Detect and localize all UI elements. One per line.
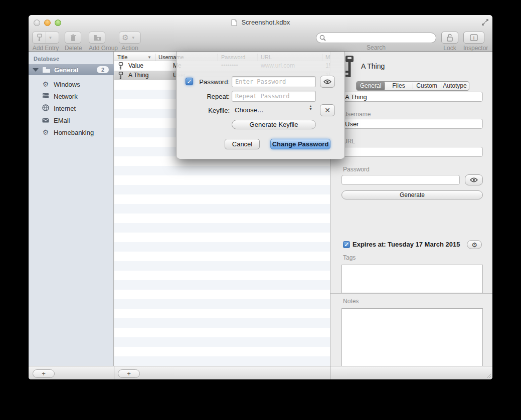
sidebar: Database General 2 ⚙ Windows Network Int… xyxy=(29,52,114,366)
search-input[interactable] xyxy=(316,33,436,43)
inspector-tabs: General Files Custom Autotype xyxy=(356,81,469,91)
keyfile-popup[interactable]: Choose… xyxy=(235,106,264,114)
action-label: Action xyxy=(119,45,141,52)
close-icon: ✕ xyxy=(324,106,330,114)
entry-title: A Thing xyxy=(361,62,385,70)
sidebar-item-email[interactable]: EMail xyxy=(29,114,114,126)
gear-icon: ⚙ xyxy=(122,33,128,42)
sort-indicator-icon: ▼ xyxy=(147,55,151,60)
globe-icon xyxy=(42,104,50,113)
sidebar-item-label: Homebanking xyxy=(54,129,94,136)
gear-icon: ⚙ xyxy=(471,241,477,249)
show-password-button[interactable] xyxy=(465,174,483,185)
key-icon xyxy=(118,62,123,70)
sidebar-section-header: Database xyxy=(34,56,59,62)
cell-title: A Thing xyxy=(128,72,148,79)
action-button[interactable]: ⚙ ▼ xyxy=(119,32,141,44)
bottom-bar: + + xyxy=(29,366,492,379)
key-icon xyxy=(37,34,43,42)
url-field[interactable] xyxy=(341,147,483,157)
info-icon: i xyxy=(470,34,478,41)
username-label: Username xyxy=(343,111,371,118)
username-field[interactable] xyxy=(341,119,483,129)
dialog-password-label: Password: xyxy=(190,78,230,86)
tab-custom[interactable]: Custom xyxy=(413,82,441,90)
tags-label: Tags xyxy=(343,254,356,261)
cell-title: Value xyxy=(128,62,143,69)
mail-icon xyxy=(42,116,50,124)
sidebar-item-label: Internet xyxy=(54,105,76,112)
delete-button[interactable] xyxy=(65,32,81,44)
add-group-button[interactable] xyxy=(89,32,105,44)
lock-toolbar-item: Lock xyxy=(441,32,458,52)
dialog-keyfile-label: Keyfile: xyxy=(190,107,230,114)
add-entry-toolbar-item: ▼ Add Entry xyxy=(32,32,59,52)
document-icon xyxy=(231,19,237,26)
generate-keyfile-button[interactable]: Generate Keyfile xyxy=(232,120,316,129)
sidebar-item-general[interactable]: General 2 xyxy=(29,64,114,75)
unlock-icon xyxy=(446,34,453,42)
gear-icon: ⚙ xyxy=(42,128,50,136)
tab-files[interactable]: Files xyxy=(385,82,413,90)
sidebar-item-label: Network xyxy=(54,93,78,100)
sidebar-item-network[interactable]: Network xyxy=(29,90,114,102)
title-field[interactable] xyxy=(341,92,483,102)
generate-password-button[interactable]: Generate xyxy=(341,190,483,199)
divider xyxy=(330,293,492,294)
trash-icon xyxy=(70,34,76,42)
expires-options-button[interactable]: ⚙ xyxy=(467,240,482,249)
eye-icon xyxy=(323,79,331,84)
fullscreen-icon[interactable] xyxy=(482,19,488,28)
inspector-label: Inspector xyxy=(463,45,488,52)
cancel-button[interactable]: Cancel xyxy=(225,139,260,149)
inspector-toolbar-item: i Inspector xyxy=(463,32,488,52)
stepper-icon[interactable]: ▲▼ xyxy=(309,105,312,111)
inspector-panel: A Thing General Files Custom Autotype Us… xyxy=(330,52,492,366)
expires-row: ✓ Expires at: Tuesday 17 March 2015 xyxy=(343,241,460,248)
entry-key-icon xyxy=(343,55,356,78)
disclosure-triangle-icon[interactable] xyxy=(33,68,39,72)
sidebar-item-homebanking[interactable]: ⚙ Homebanking xyxy=(29,126,114,138)
lock-label: Lock xyxy=(441,45,458,52)
column-header-title[interactable]: Title xyxy=(117,54,127,60)
search-area: Search xyxy=(316,33,436,51)
change-password-button[interactable]: Change Password xyxy=(270,139,330,149)
change-password-sheet: ✓ Password: Repeat: Keyfile: Choose… ▲▼ … xyxy=(176,52,345,159)
folder-icon xyxy=(42,67,51,73)
dialog-repeat-input[interactable] xyxy=(232,91,316,102)
gear-icon: ⚙ xyxy=(42,80,50,88)
key-icon xyxy=(118,72,123,79)
add-group-plus-button[interactable]: + xyxy=(33,369,55,378)
action-toolbar-item: ⚙ ▼ Action xyxy=(119,32,141,52)
resize-grip[interactable] xyxy=(485,372,491,378)
window-title-text: Screenshot.kdbx xyxy=(241,19,290,26)
dialog-show-password-button[interactable] xyxy=(320,76,335,88)
sidebar-item-windows[interactable]: ⚙ Windows xyxy=(29,78,114,90)
tab-autotype[interactable]: Autotype xyxy=(441,82,469,90)
sidebar-item-label: Windows xyxy=(54,81,80,88)
clear-keyfile-button[interactable]: ✕ xyxy=(320,104,335,116)
chevron-down-icon: ▼ xyxy=(46,36,55,40)
expires-label: Expires at: Tuesday 17 March 2015 xyxy=(353,241,460,248)
sidebar-item-internet[interactable]: Internet xyxy=(29,102,114,114)
chevron-down-icon: ▼ xyxy=(129,36,138,40)
expires-checkbox[interactable]: ✓ xyxy=(343,241,350,248)
add-group-toolbar-item: Add Group xyxy=(89,32,118,52)
lock-button[interactable] xyxy=(441,32,458,44)
title-toolbar: Screenshot.kdbx ▼ Add Entry Delete Add G… xyxy=(29,15,492,52)
search-label: Search xyxy=(316,44,436,51)
sidebar-item-label: General xyxy=(54,66,78,74)
app-window: Screenshot.kdbx ▼ Add Entry Delete Add G… xyxy=(29,15,492,379)
add-entry-plus-button[interactable]: + xyxy=(118,369,140,378)
tab-general[interactable]: General xyxy=(357,82,385,90)
inspector-toggle-button[interactable]: i xyxy=(463,32,484,44)
window-title: Screenshot.kdbx xyxy=(29,19,492,26)
password-field[interactable] xyxy=(341,175,460,185)
count-badge: 2 xyxy=(97,66,109,73)
tags-field[interactable] xyxy=(341,265,483,293)
add-group-label: Add Group xyxy=(89,45,118,52)
password-label: Password xyxy=(343,166,370,173)
dialog-password-input[interactable] xyxy=(232,76,316,87)
search-icon xyxy=(319,35,326,41)
add-entry-button[interactable]: ▼ xyxy=(32,32,59,44)
